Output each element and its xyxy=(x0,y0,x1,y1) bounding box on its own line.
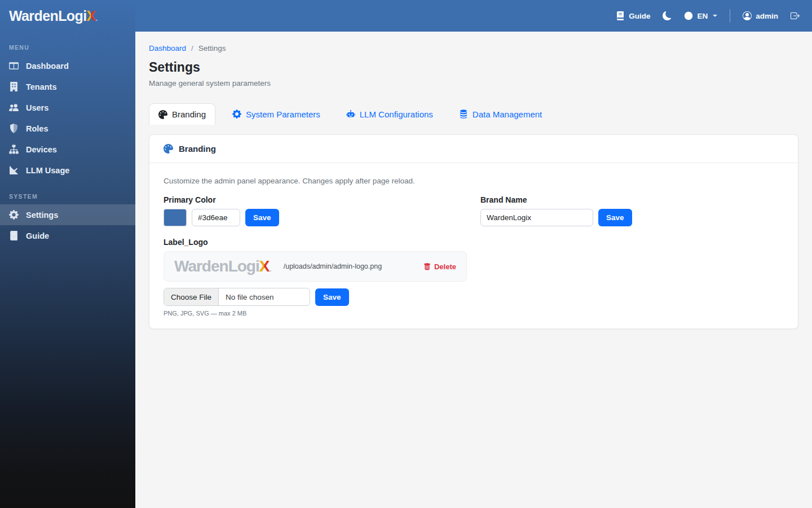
delete-logo-button[interactable]: Delete xyxy=(423,262,456,271)
gear-icon xyxy=(232,110,241,119)
building-icon xyxy=(9,82,19,91)
shield-icon xyxy=(9,124,19,133)
tab-label: Branding xyxy=(172,110,206,119)
save-brand-name-button[interactable]: Save xyxy=(598,209,632,226)
sidebar-item-users[interactable]: Users xyxy=(0,97,135,118)
settings-tabs: Branding System Parameters LLM Configura… xyxy=(149,103,798,125)
sitemap-icon xyxy=(9,144,19,154)
topbar-guide-button[interactable]: Guide xyxy=(616,11,650,20)
chart-line-icon xyxy=(9,165,19,175)
sidebar-item-label: Devices xyxy=(26,145,57,154)
uploaded-logo-x: X xyxy=(259,257,270,275)
breadcrumb: Dashboard / Settings xyxy=(149,44,798,52)
sidebar-item-llm-usage[interactable]: LLM Usage xyxy=(0,160,135,181)
moon-icon xyxy=(663,11,672,20)
save-logo-button[interactable]: Save xyxy=(315,288,349,306)
tab-label: System Parameters xyxy=(246,110,320,119)
topbar: Guide EN admin xyxy=(135,0,812,32)
brand-logo-text: WardenLogiX. xyxy=(9,8,98,24)
logo-upload-row: Choose File No file chosen Save xyxy=(164,288,467,306)
uploaded-logo-image: WardenLogiX. xyxy=(174,257,271,275)
branding-card-body: Customize the admin panel appearance. Ch… xyxy=(149,163,798,329)
users-icon xyxy=(9,103,19,112)
sidebar-item-roles[interactable]: Roles xyxy=(0,118,135,139)
color-swatch[interactable] xyxy=(164,209,187,226)
sidebar-item-label: Users xyxy=(26,103,48,112)
card-title: Branding xyxy=(179,144,216,154)
sidebar-item-label: Settings xyxy=(26,211,58,220)
sidebar-section-system: SYSTEM xyxy=(9,193,126,200)
tab-label: LLM Configurations xyxy=(360,110,433,119)
brand-logo-dot: . xyxy=(96,14,98,23)
book-icon xyxy=(9,231,19,240)
chevron-down-icon xyxy=(713,15,717,17)
sidebar-section-menu: MENU xyxy=(9,44,126,51)
branding-card-header: Branding xyxy=(149,135,798,163)
sidebar-item-devices[interactable]: Devices xyxy=(0,139,135,160)
sidebar-item-tenants[interactable]: Tenants xyxy=(0,76,135,97)
brand-name-row: Save xyxy=(480,209,784,226)
sidebar-item-settings[interactable]: Settings xyxy=(0,204,135,225)
palette-icon xyxy=(164,144,173,154)
user-circle-icon xyxy=(743,11,752,20)
brand-name-label: Brand Name xyxy=(480,195,784,204)
choose-file-button[interactable]: Choose File xyxy=(164,288,219,305)
tab-branding[interactable]: Branding xyxy=(149,103,215,125)
delete-label: Delete xyxy=(434,262,456,271)
gear-icon xyxy=(9,210,19,220)
language-selector[interactable]: EN xyxy=(684,11,717,20)
branding-intro-text: Customize the admin panel appearance. Ch… xyxy=(164,177,784,185)
username-label: admin xyxy=(756,12,778,20)
branding-form: Primary Color Save Label_Logo WardenLogi… xyxy=(164,195,784,317)
tab-label: Data Management xyxy=(473,110,542,119)
topbar-guide-label: Guide xyxy=(629,12,650,20)
database-icon xyxy=(459,110,468,119)
logo-label: Label_Logo xyxy=(164,238,467,247)
file-status-text: No file chosen xyxy=(219,288,310,305)
page-subtitle: Manage general system parameters xyxy=(149,79,798,87)
main-area: Guide EN admin Dashboard / xyxy=(135,0,812,508)
branding-form-left: Primary Color Save Label_Logo WardenLogi… xyxy=(164,195,467,317)
sidebar-item-label: Dashboard xyxy=(26,62,69,71)
dark-mode-toggle[interactable] xyxy=(663,11,672,20)
sidebar-item-label: Guide xyxy=(26,231,49,240)
language-label: EN xyxy=(697,12,708,20)
sidebar: WardenLogiX. MENU Dashboard Tenants User… xyxy=(0,0,135,508)
sidebar-item-label: Tenants xyxy=(26,82,57,91)
sidebar-item-label: Roles xyxy=(26,124,48,133)
breadcrumb-dashboard-link[interactable]: Dashboard xyxy=(149,44,186,52)
brand-logo-x: X xyxy=(87,8,96,24)
trash-icon xyxy=(423,263,431,270)
logout-button[interactable] xyxy=(791,11,800,20)
dashboard-icon xyxy=(9,61,19,71)
book-icon xyxy=(616,11,625,20)
tab-llm-configurations[interactable]: LLM Configurations xyxy=(337,103,442,125)
primary-color-row: Save xyxy=(164,209,467,226)
brand-logo[interactable]: WardenLogiX. xyxy=(0,0,135,32)
logo-preview: WardenLogiX. /uploads/admin/admin-logo.p… xyxy=(164,251,467,282)
save-primary-color-button[interactable]: Save xyxy=(245,209,279,226)
page-content: Dashboard / Settings Settings Manage gen… xyxy=(135,32,812,508)
palette-icon xyxy=(158,110,167,119)
branding-form-right: Brand Name Save xyxy=(480,195,784,317)
page-title: Settings xyxy=(149,60,798,75)
sidebar-item-guide[interactable]: Guide xyxy=(0,225,135,246)
branding-card: Branding Customize the admin panel appea… xyxy=(149,134,798,329)
sidebar-item-dashboard[interactable]: Dashboard xyxy=(0,55,135,76)
globe-icon xyxy=(684,11,693,20)
uploaded-logo-dot: . xyxy=(269,264,271,273)
logo-path-text: /uploads/admin/admin-logo.png xyxy=(284,262,382,270)
upload-hint-text: PNG, JPG, SVG — max 2 MB xyxy=(164,310,467,317)
primary-color-input[interactable] xyxy=(192,209,240,226)
brand-name-input[interactable] xyxy=(480,209,593,226)
sign-out-icon xyxy=(791,11,800,20)
tab-data-management[interactable]: Data Management xyxy=(450,103,551,125)
breadcrumb-separator: / xyxy=(191,44,193,52)
robot-icon xyxy=(346,110,355,119)
breadcrumb-current: Settings xyxy=(198,44,226,52)
primary-color-label: Primary Color xyxy=(164,195,467,204)
sidebar-item-label: LLM Usage xyxy=(26,166,69,175)
tab-system-parameters[interactable]: System Parameters xyxy=(223,103,329,125)
user-menu[interactable]: admin xyxy=(743,11,778,20)
logo-file-input[interactable]: Choose File No file chosen xyxy=(164,288,310,306)
